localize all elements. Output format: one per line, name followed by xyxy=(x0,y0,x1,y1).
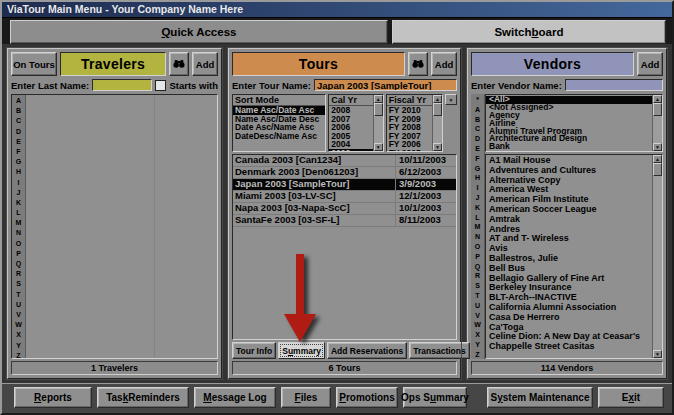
travelers-list-empty[interactable] xyxy=(26,95,217,358)
add-reservations-button[interactable]: Add Reservations xyxy=(327,342,407,359)
index-letter[interactable]: R xyxy=(12,269,25,279)
vendor-row[interactable]: Celine Dion: A New Day at Ceasar's xyxy=(486,332,652,342)
scroll-up-icon[interactable]: ▲ xyxy=(653,155,662,163)
index-letter[interactable]: D xyxy=(12,127,25,137)
tour-name-input[interactable] xyxy=(314,79,457,91)
index-letter[interactable]: O xyxy=(12,239,25,249)
index-letter[interactable]: E xyxy=(471,144,484,154)
index-letter[interactable]: B xyxy=(471,115,484,125)
index-letter[interactable]: C xyxy=(471,124,484,134)
vendor-row[interactable]: A1 Mail House xyxy=(486,156,652,166)
index-letter[interactable]: C xyxy=(12,116,25,126)
index-letter[interactable]: R xyxy=(471,271,484,281)
vendor-row[interactable]: AT and T- Wireless xyxy=(486,234,652,244)
vendor-category-option[interactable]: Architecture and Design xyxy=(486,135,652,143)
index-letter[interactable]: N xyxy=(12,228,25,238)
index-letter[interactable]: E xyxy=(12,137,25,147)
index-letter[interactable]: L xyxy=(12,208,25,218)
vendor-row[interactable]: Amtrak xyxy=(486,215,652,225)
index-letter[interactable]: A xyxy=(12,96,25,106)
index-letter[interactable]: F xyxy=(471,154,484,164)
scrollbar-thumb[interactable] xyxy=(374,103,383,116)
vendor-row[interactable]: Andres xyxy=(486,225,652,235)
scroll-up-icon[interactable]: ▲ xyxy=(374,95,383,103)
vendor-name-input[interactable] xyxy=(565,79,663,91)
index-letter[interactable]: H xyxy=(471,173,484,183)
scrollbar-track[interactable] xyxy=(433,116,442,143)
summary-button[interactable]: Summary xyxy=(278,342,325,359)
vendor-row[interactable]: American Film Institute xyxy=(486,195,652,205)
index-letter[interactable]: A xyxy=(471,105,484,115)
tour-row[interactable]: SantaFe 2003 [03-SF-L] 8/11/2003 xyxy=(233,215,456,227)
index-letter[interactable]: T xyxy=(471,291,484,301)
tour-info-button[interactable]: Tour Info xyxy=(232,342,276,359)
index-letter[interactable]: K xyxy=(471,203,484,213)
sort-mode-option[interactable]: DateDesc/Name Asc xyxy=(233,132,325,141)
scrollbar-track[interactable] xyxy=(653,176,662,350)
vendors-add-button[interactable]: Add xyxy=(637,52,663,76)
index-letter[interactable]: Z xyxy=(12,351,25,359)
scrollbar-thumb[interactable] xyxy=(653,103,662,116)
scroll-up-icon[interactable]: ▲ xyxy=(653,95,662,103)
index-letter[interactable]: Q xyxy=(471,262,484,272)
scrollbar-thumb[interactable] xyxy=(653,163,662,176)
tab-quick-access[interactable]: Quick Access xyxy=(10,20,388,44)
travelers-add-button[interactable]: Add xyxy=(192,52,218,76)
index-letter[interactable]: M xyxy=(12,218,25,228)
index-letter[interactable]: V xyxy=(471,311,484,321)
index-letter[interactable]: X xyxy=(12,330,25,340)
index-letter[interactable]: B xyxy=(12,106,25,116)
exit-button[interactable]: Exit xyxy=(598,387,664,408)
vendor-row[interactable]: Ca'Toga xyxy=(486,323,652,333)
cal-year-option[interactable]: 2003 xyxy=(329,149,372,152)
index-letter[interactable]: Y xyxy=(471,340,484,350)
index-letter[interactable]: U xyxy=(471,301,484,311)
index-letter[interactable]: G xyxy=(12,157,25,167)
window-titlebar[interactable]: ViaTour Main Menu - Your Company Name He… xyxy=(2,2,672,18)
vendor-row[interactable]: Berkeley Insurance xyxy=(486,283,652,293)
index-letter[interactable]: U xyxy=(12,300,25,310)
on-tours-button[interactable]: On Tours xyxy=(11,52,57,76)
index-letter[interactable]: Q xyxy=(12,259,25,269)
index-letter[interactable]: X xyxy=(471,330,484,340)
index-letter[interactable]: W xyxy=(471,320,484,330)
vendor-row[interactable]: Adventures and Cultures xyxy=(486,166,652,176)
vendor-category-option[interactable]: Bank xyxy=(486,143,652,151)
index-letter[interactable]: G xyxy=(471,164,484,174)
index-letter[interactable]: I xyxy=(471,183,484,193)
index-letter[interactable]: H xyxy=(12,167,25,177)
ops-summary-button[interactable]: Ops Summary xyxy=(403,387,467,408)
index-letter[interactable]: T xyxy=(12,290,25,300)
scrollbar-track[interactable] xyxy=(374,116,383,143)
last-name-input[interactable] xyxy=(92,79,152,91)
vendor-row[interactable]: Bellagio Gallery of Fine Art xyxy=(486,274,652,284)
scroll-down-icon[interactable]: ▼ xyxy=(433,143,442,151)
vendor-row[interactable]: BLT-Arch--INACTIVE xyxy=(486,293,652,303)
vendor-row[interactable]: Alternative Copy xyxy=(486,176,652,186)
scroll-down-icon[interactable]: ▼ xyxy=(653,143,662,151)
scroll-down-icon[interactable]: ▼ xyxy=(653,350,662,358)
index-letter[interactable]: W xyxy=(12,320,25,330)
index-letter[interactable]: N xyxy=(471,232,484,242)
tours-add-button[interactable]: Add xyxy=(431,52,457,76)
vendor-row[interactable]: Casa De Herrero xyxy=(486,313,652,323)
vendor-row[interactable]: America West xyxy=(486,185,652,195)
index-letter[interactable]: S xyxy=(12,279,25,289)
index-letter[interactable]: D xyxy=(471,134,484,144)
index-letter[interactable]: K xyxy=(12,198,25,208)
index-letter[interactable]: S xyxy=(471,281,484,291)
scrollbar-track[interactable] xyxy=(653,116,662,143)
index-letter[interactable]: L xyxy=(471,213,484,223)
travelers-find-button[interactable] xyxy=(169,52,189,76)
index-letter[interactable]: J xyxy=(12,188,25,198)
transactions-button[interactable]: Transactions xyxy=(409,342,469,359)
message-log-button[interactable]: Message Log xyxy=(194,387,276,408)
vendor-row[interactable]: Ballestros, Julie xyxy=(486,254,652,264)
dropdown-icon[interactable]: ▼ xyxy=(445,94,457,105)
system-maintenance-button[interactable]: System Maintenance xyxy=(487,387,593,408)
index-letter[interactable]: J xyxy=(471,193,484,203)
task-reminders-button[interactable]: Task Reminders xyxy=(97,387,189,408)
index-letter[interactable]: Z xyxy=(471,350,484,360)
index-letter[interactable]: * xyxy=(471,95,484,105)
vendor-row[interactable]: Chappelle Street Casitas xyxy=(486,342,652,352)
